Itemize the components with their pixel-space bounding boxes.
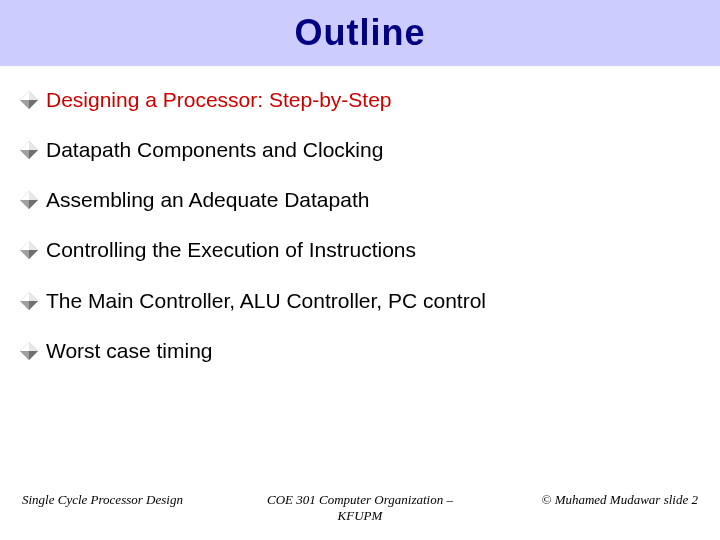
svg-marker-11	[29, 191, 38, 200]
svg-marker-12	[20, 191, 29, 200]
svg-marker-13	[20, 200, 29, 209]
bullet-text: Worst case timing	[46, 339, 213, 363]
title-band: Outline	[0, 0, 720, 66]
svg-marker-24	[29, 301, 38, 310]
footer-right: © Muhamed Mudawar slide 2	[473, 492, 698, 508]
diamond-bullet-icon	[20, 292, 38, 310]
svg-marker-21	[29, 292, 38, 301]
svg-marker-26	[29, 342, 38, 351]
svg-marker-3	[20, 100, 29, 109]
bullet-text: Datapath Components and Clocking	[46, 138, 383, 162]
bullet-text[interactable]: Designing a Processor: Step-by-Step	[46, 88, 392, 112]
bullet-item: Assembling an Adequate Datapath	[20, 188, 700, 212]
svg-marker-22	[20, 292, 29, 301]
diamond-bullet-icon	[20, 91, 38, 109]
svg-marker-6	[29, 141, 38, 150]
svg-marker-4	[29, 100, 38, 109]
slide-title: Outline	[295, 12, 426, 54]
svg-marker-14	[29, 200, 38, 209]
svg-marker-8	[20, 150, 29, 159]
svg-marker-18	[20, 250, 29, 259]
diamond-bullet-icon	[20, 342, 38, 360]
diamond-bullet-icon	[20, 141, 38, 159]
bullet-list: Designing a Processor: Step-by-Step Data…	[0, 66, 720, 363]
bullet-item: Designing a Processor: Step-by-Step	[20, 88, 700, 112]
svg-marker-2	[20, 91, 29, 100]
svg-marker-23	[20, 301, 29, 310]
slide-footer: Single Cycle Processor Design COE 301 Co…	[0, 492, 720, 524]
svg-marker-27	[20, 342, 29, 351]
svg-marker-19	[29, 250, 38, 259]
bullet-text: Assembling an Adequate Datapath	[46, 188, 369, 212]
svg-marker-16	[29, 241, 38, 250]
bullet-item: The Main Controller, ALU Controller, PC …	[20, 289, 700, 313]
bullet-item: Datapath Components and Clocking	[20, 138, 700, 162]
bullet-item: Controlling the Execution of Instruction…	[20, 238, 700, 262]
svg-marker-17	[20, 241, 29, 250]
svg-marker-1	[29, 91, 38, 100]
diamond-bullet-icon	[20, 241, 38, 259]
bullet-text: The Main Controller, ALU Controller, PC …	[46, 289, 486, 313]
diamond-bullet-icon	[20, 191, 38, 209]
footer-left: Single Cycle Processor Design	[22, 492, 247, 508]
svg-marker-29	[29, 351, 38, 360]
svg-marker-28	[20, 351, 29, 360]
svg-marker-9	[29, 150, 38, 159]
bullet-item: Worst case timing	[20, 339, 700, 363]
svg-marker-7	[20, 141, 29, 150]
footer-center: COE 301 Computer Organization – KFUPM	[247, 492, 472, 524]
bullet-text: Controlling the Execution of Instruction…	[46, 238, 416, 262]
